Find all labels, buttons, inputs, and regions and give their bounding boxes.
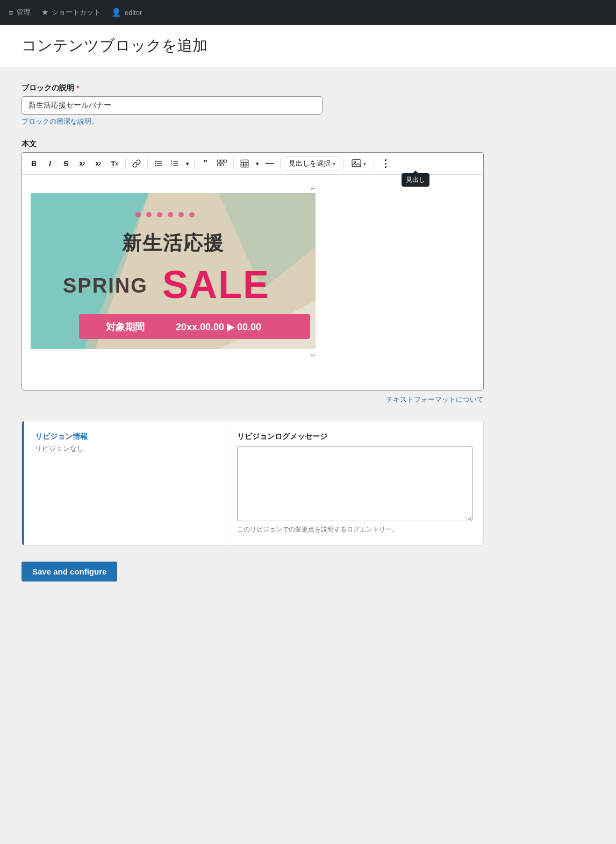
heading-tooltip: 見出し — [402, 173, 429, 187]
block-description-hint: ブロックの簡潔な説明。 — [22, 117, 495, 126]
more-button[interactable]: ⋮ — [377, 156, 394, 171]
star-icon: ★ — [41, 8, 48, 17]
svg-rect-15 — [218, 164, 220, 166]
svg-text:3: 3 — [171, 164, 173, 167]
shortcut-label: ショートカット — [52, 8, 101, 17]
separator-3 — [194, 158, 195, 169]
spring-sale-banner: 新生活応援 SPRING SALE 対象期間 20xx.00.00 ▶ 00.0… — [31, 193, 316, 349]
topbar-menu[interactable]: ≡ 管理 — [9, 8, 31, 17]
table-icon — [240, 159, 249, 168]
return-handle-top: ↵ — [311, 185, 316, 192]
user-icon: 👤 — [111, 8, 121, 17]
special-char-icon — [217, 159, 227, 168]
page-header: コンテンツブロックを追加 — [0, 25, 616, 67]
body-group: 本文 B I S x2 x2 Tx — [22, 139, 495, 405]
svg-rect-14 — [224, 160, 227, 162]
image-icon — [352, 159, 361, 168]
svg-rect-7 — [173, 163, 178, 164]
format-link[interactable]: テキストフォーマットについて — [386, 395, 484, 403]
svg-point-5 — [155, 165, 156, 167]
svg-point-32 — [178, 212, 184, 217]
separator-6 — [343, 158, 344, 169]
svg-rect-13 — [221, 160, 224, 162]
heading-select[interactable]: 見出しを選択 ▾ — [284, 156, 340, 171]
svg-text:20xx.00.00 ▶ 00.00: 20xx.00.00 ▶ 00.00 — [176, 322, 261, 332]
user-label: editor — [125, 9, 142, 17]
link-button[interactable] — [129, 156, 144, 171]
separator-5 — [280, 158, 281, 169]
block-description-group: ブロックの説明 * ブロックの簡潔な説明。 — [22, 83, 495, 126]
menu-icon: ≡ — [9, 8, 13, 17]
image-select[interactable]: ▾ — [347, 156, 370, 171]
svg-point-31 — [168, 212, 173, 217]
svg-point-3 — [155, 161, 156, 162]
heading-select-text: 見出しを選択 — [289, 159, 331, 168]
revision-log: リビジョンログメッセージ このリビジョンでの変更点を説明するログエントリー。 — [226, 421, 483, 545]
revision-info: リビジョン情報 リビジョンなし — [22, 421, 226, 545]
block-description-label: ブロックの説明 * — [22, 83, 495, 93]
italic-button[interactable]: I — [42, 156, 58, 171]
main-content: ブロックの説明 * ブロックの簡潔な説明。 本文 B I S x2 x2 Tx — [0, 67, 516, 598]
svg-text:対象期間: 対象期間 — [105, 321, 145, 332]
revision-section: リビジョン情報 リビジョンなし リビジョンログメッセージ このリビジョンでの変更… — [22, 421, 484, 545]
editor-wrapper: B I S x2 x2 Tx — [22, 152, 484, 391]
revision-log-textarea[interactable] — [237, 446, 472, 521]
link-icon — [132, 159, 141, 168]
svg-rect-1 — [157, 163, 162, 164]
hr-button[interactable]: — — [262, 156, 277, 171]
svg-point-33 — [189, 212, 195, 217]
svg-point-28 — [135, 212, 141, 217]
strikethrough-button[interactable]: S — [59, 156, 74, 171]
svg-text:新生活応援: 新生活応援 — [122, 232, 224, 254]
manage-label: 管理 — [17, 8, 31, 17]
format-link-wrapper: テキストフォーマットについて — [22, 395, 484, 405]
list-ol-icon: 123 — [170, 159, 179, 168]
save-configure-button[interactable]: Save and configure — [22, 562, 117, 581]
bold-button[interactable]: B — [26, 156, 41, 171]
topbar: ≡ 管理 ★ ショートカット 👤 editor — [0, 0, 616, 25]
svg-rect-0 — [157, 161, 162, 161]
banner-container[interactable]: ↵ — [31, 183, 316, 359]
svg-point-4 — [155, 163, 156, 165]
separator-4 — [233, 158, 234, 169]
svg-rect-6 — [173, 161, 178, 161]
blockquote-button[interactable]: " — [198, 156, 213, 171]
svg-rect-12 — [218, 160, 220, 162]
svg-text:SPRING: SPRING — [63, 274, 148, 297]
separator-1 — [125, 158, 126, 169]
superscript-button[interactable]: x2 — [75, 156, 90, 171]
topbar-user[interactable]: 👤 editor — [111, 8, 142, 17]
revision-log-label: リビジョンログメッセージ — [237, 432, 472, 442]
svg-rect-16 — [221, 164, 224, 166]
svg-rect-22 — [352, 160, 361, 167]
svg-point-29 — [146, 212, 152, 217]
svg-text:SALE: SALE — [162, 263, 270, 306]
list-ol-button[interactable]: 123 — [167, 156, 182, 171]
editor-toolbar: B I S x2 x2 Tx — [22, 153, 483, 175]
revision-log-hint: このリビジョンでの変更点を説明するログエントリー。 — [237, 525, 472, 534]
table-dropdown-button[interactable]: ▾ — [253, 156, 261, 171]
separator-2 — [147, 158, 148, 169]
svg-point-30 — [157, 212, 162, 217]
subscript-button[interactable]: x2 — [91, 156, 106, 171]
svg-rect-2 — [157, 165, 162, 166]
page-title: コンテンツブロックを追加 — [22, 36, 594, 56]
revision-info-subtitle: リビジョンなし — [35, 444, 215, 453]
return-handle-bottom: ↵ — [311, 352, 316, 358]
table-button[interactable] — [237, 156, 252, 171]
svg-point-23 — [354, 161, 356, 163]
list-ul-button[interactable] — [151, 156, 166, 171]
block-description-input[interactable] — [22, 96, 323, 115]
editor-content[interactable]: ↵ — [22, 175, 483, 390]
heading-chevron: ▾ — [333, 161, 335, 167]
list-ul-icon — [154, 159, 163, 168]
separator-7 — [374, 158, 374, 169]
list-dropdown-button[interactable]: ▾ — [183, 156, 191, 171]
special-char-button[interactable] — [214, 156, 230, 171]
required-indicator: * — [76, 84, 79, 93]
clear-format-button[interactable]: Tx — [107, 156, 122, 171]
svg-rect-8 — [173, 165, 178, 166]
topbar-shortcut[interactable]: ★ ショートカット — [41, 8, 101, 17]
revision-info-title: リビジョン情報 — [35, 432, 215, 442]
image-chevron: ▾ — [363, 161, 366, 167]
